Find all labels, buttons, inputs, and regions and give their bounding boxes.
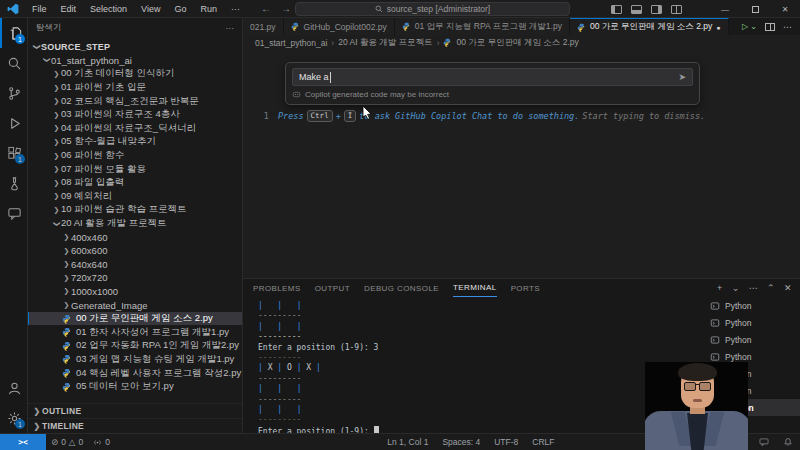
tree-folder[interactable]: ❯SOURCE_STEP: [28, 40, 242, 54]
breadcrumb-item[interactable]: 20 AI 활용 개발 프로젝트: [338, 37, 432, 49]
chevron-icon: ❯: [62, 260, 71, 268]
tree-label: 600x600: [71, 245, 107, 256]
menu-item-5[interactable]: Run: [193, 0, 224, 18]
tree-folder[interactable]: ❯10 파이썬 습관 학습 프로젝트: [28, 203, 242, 217]
tree-folder[interactable]: ❯01_start_python_ai: [28, 54, 242, 68]
editor-tab[interactable]: 01 업무 지능형 RPA 프로그램 개발1.py: [395, 18, 570, 35]
activity-chat[interactable]: [0, 198, 28, 228]
indentation[interactable]: Spaces: 4: [435, 434, 487, 450]
menu-item-2[interactable]: Selection: [83, 0, 134, 18]
tree-folder[interactable]: ❯600x600: [28, 244, 242, 258]
activity-extensions[interactable]: 1: [0, 138, 28, 168]
ports-status[interactable]: 0: [88, 434, 115, 450]
tree-folder[interactable]: ❯02 코드의 핵심_조건문과 반복문: [28, 94, 242, 108]
explorer-header: 탐색기 ···: [28, 18, 242, 38]
activity-settings[interactable]: 1: [0, 403, 28, 433]
activity-account[interactable]: [0, 373, 28, 403]
tree-file[interactable]: 00 가로 무인판매 게임 소스 2.py: [28, 312, 242, 326]
feedback-button[interactable]: [752, 434, 776, 450]
terminal-dropdown-icon[interactable]: ⌄: [732, 283, 740, 293]
cursor-position[interactable]: Ln 1, Col 1: [380, 434, 435, 450]
tree-folder[interactable]: ❯05 함수-월급 내맞추기: [28, 135, 242, 149]
editor-tab[interactable]: GitHub_Copilot002.py: [284, 18, 395, 35]
tree-folder[interactable]: ❯Generated_Image: [28, 298, 242, 312]
run-button[interactable]: ▷ ⌄: [742, 22, 757, 31]
tree-file[interactable]: 05 데이터 모아 보기.py: [28, 380, 242, 394]
section-timeline[interactable]: ❯TIMELINE: [28, 418, 242, 433]
tree-folder[interactable]: ❯03 파이썬의 자료구조 4총사: [28, 108, 242, 122]
breadcrumb-item[interactable]: 00 가로 무인판매 게임 소스 2.py: [456, 37, 578, 49]
tree-file[interactable]: 03 게임 맵 지능형 슈팅 게임 개발1.py: [28, 353, 242, 367]
notifications-button[interactable]: [776, 434, 800, 450]
breadcrumb[interactable]: 01_start_python_ai›20 AI 활용 개발 프로젝트›00 가…: [243, 35, 800, 50]
editor-more-icon[interactable]: ⋯: [783, 22, 792, 32]
tree-file[interactable]: 01 한자 사자성어 프로그램 개발1.py: [28, 325, 242, 339]
toggle-sidebar-icon[interactable]: [611, 5, 622, 14]
terminal-instance[interactable]: Python: [700, 297, 800, 314]
tree-folder[interactable]: ❯07 파이썬 모듈 활용: [28, 162, 242, 176]
menu-item-0[interactable]: File: [25, 0, 54, 18]
tree-folder[interactable]: ❯1000x1000: [28, 285, 242, 299]
section-outline[interactable]: ❯OUTLINE: [28, 403, 242, 418]
tree-folder[interactable]: ❯04 파이썬의 자료구조_딕셔너리: [28, 122, 242, 136]
tree-folder[interactable]: ❯20 AI 활용 개발 프로젝트: [28, 217, 242, 231]
terminal-instance-label: Python: [725, 352, 751, 362]
command-center-search[interactable]: source_step [Administrator]: [295, 2, 570, 16]
menu-item-4[interactable]: Go: [167, 0, 193, 18]
tree-folder[interactable]: ❯08 파일 입출력: [28, 176, 242, 190]
new-terminal-icon[interactable]: +: [717, 283, 723, 293]
section-label: OUTLINE: [42, 406, 81, 416]
panel-tab-debug-console[interactable]: DEBUG CONSOLE: [364, 280, 439, 297]
menu-item-3[interactable]: View: [134, 0, 167, 18]
problems-status[interactable]: ⊘ 0 △ 0: [46, 434, 88, 450]
activity-testing[interactable]: [0, 168, 28, 198]
tree-folder[interactable]: ❯01 파이썬 기초 입문: [28, 81, 242, 95]
panel-tab-problems[interactable]: PROBLEMS: [253, 280, 301, 297]
tree-folder[interactable]: ❯400x460: [28, 230, 242, 244]
minimize-button[interactable]: —: [710, 0, 740, 18]
tree-folder[interactable]: ❯09 예외처리: [28, 190, 242, 204]
split-editor-icon[interactable]: [765, 23, 775, 31]
remote-indicator[interactable]: ><: [0, 434, 46, 450]
chevron-icon: ❯: [62, 233, 71, 241]
copilot-chat-input[interactable]: Make a ➤: [292, 68, 693, 86]
tree-folder[interactable]: ❯00 기초 데이터형 인식하기: [28, 67, 242, 81]
close-panel-icon[interactable]: ✕: [784, 283, 792, 293]
editor-line-1[interactable]: 1 Press Ctrl + I to ask GitHub Copilot C…: [243, 109, 800, 123]
customize-layout-icon[interactable]: [671, 5, 682, 14]
terminal-instance[interactable]: Python: [700, 331, 800, 348]
forward-icon[interactable]: →: [281, 3, 291, 14]
panel-tab-ports[interactable]: PORTS: [511, 280, 540, 297]
tree-folder[interactable]: ❯720x720: [28, 271, 242, 285]
panel-tab-output[interactable]: OUTPUT: [315, 280, 350, 297]
activity-search[interactable]: [0, 48, 28, 78]
tree-file[interactable]: 02 업무 자동화 RPA 1인 게임 개발2.py: [28, 339, 242, 353]
terminal-output[interactable]: | | |---------| | |---------Enter a posi…: [258, 301, 379, 437]
maximize-panel-icon[interactable]: ⌃: [767, 283, 775, 293]
tree-folder[interactable]: ❯640x640: [28, 258, 242, 272]
editor-tab[interactable]: 00 가로 무인판매 게임 소스 2.py●: [570, 18, 729, 35]
editor-tab[interactable]: 021.py: [243, 18, 284, 35]
activity-run-debug[interactable]: [0, 108, 28, 138]
tree-folder[interactable]: ❯06 파이썬 함수: [28, 149, 242, 163]
chat-send-icon[interactable]: ➤: [678, 72, 686, 82]
panel-tab-terminal[interactable]: TERMINAL: [453, 279, 497, 297]
terminal-instance[interactable]: Python: [700, 314, 800, 331]
breadcrumb-item[interactable]: 01_start_python_ai: [255, 38, 327, 48]
panel-more-icon[interactable]: ⋯: [749, 283, 758, 293]
explorer-more-icon[interactable]: ···: [226, 23, 235, 33]
menu-item-6[interactable]: ···: [224, 0, 247, 18]
glasses: [684, 382, 711, 390]
toggle-panel-icon[interactable]: [631, 5, 642, 14]
close-button[interactable]: ✕: [770, 0, 800, 18]
encoding[interactable]: UTF-8: [487, 434, 525, 450]
activity-source-control[interactable]: [0, 78, 28, 108]
vscode-logo-icon: [7, 3, 19, 15]
activity-explorer[interactable]: 1: [0, 18, 28, 48]
back-icon[interactable]: ←: [261, 3, 271, 14]
tree-file[interactable]: 04 핵심 레벨 사용자 프로그램 작성2.py: [28, 366, 242, 380]
menu-item-1[interactable]: Edit: [54, 0, 84, 18]
toggle-secondary-sidebar-icon[interactable]: [651, 5, 662, 14]
restore-button[interactable]: [740, 0, 770, 18]
eol[interactable]: CRLF: [525, 434, 561, 450]
